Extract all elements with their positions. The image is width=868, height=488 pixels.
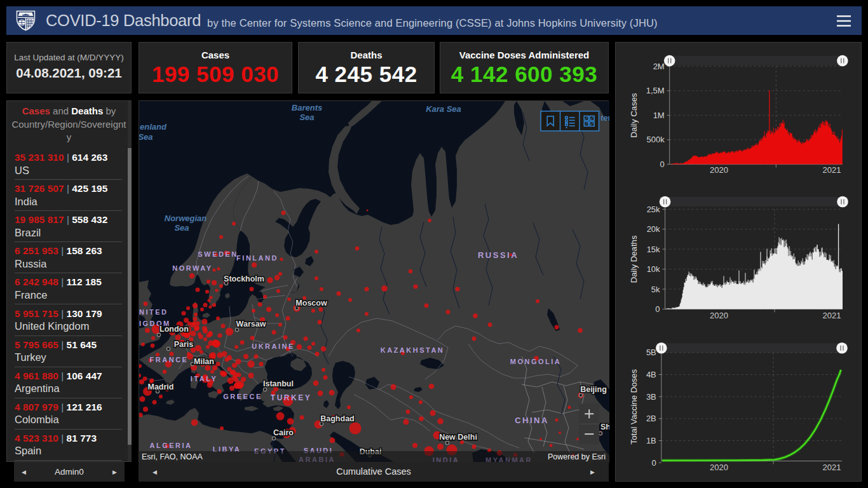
svg-text:2020: 2020 [710, 463, 728, 472]
svg-text:2021: 2021 [823, 463, 841, 472]
svg-text:Esri, FAO, NOAA: Esri, FAO, NOAA [142, 452, 203, 461]
svg-text:Barents: Barents [292, 103, 322, 112]
svg-text:15k: 15k [647, 245, 660, 254]
svg-text:20k: 20k [647, 224, 660, 234]
svg-text:2021: 2021 [823, 311, 841, 320]
svg-text:MONGOLIA: MONGOLIA [510, 358, 562, 365]
svg-text:2020: 2020 [710, 311, 728, 320]
svg-text:Sea: Sea [139, 132, 153, 142]
svg-text:1B: 1B [646, 436, 656, 445]
svg-text:tew: tew [600, 113, 609, 123]
svg-text:0: 0 [660, 159, 664, 169]
svg-text:Sh: Sh [600, 423, 609, 431]
svg-text:Moscow: Moscow [295, 299, 327, 308]
svg-text:KAZAKHSTAN: KAZAKHSTAN [381, 346, 445, 354]
svg-text:2021: 2021 [823, 165, 841, 175]
svg-text:10k: 10k [647, 264, 660, 274]
svg-text:NITED: NITED [139, 308, 168, 316]
svg-text:Paris: Paris [174, 340, 194, 349]
svg-text:5B: 5B [646, 348, 656, 357]
svg-text:Madrid: Madrid [148, 383, 174, 391]
svg-text:ALGERIA: ALGERIA [150, 442, 193, 449]
svg-text:Cairo: Cairo [273, 428, 294, 437]
svg-text:ITALY: ITALY [191, 375, 217, 383]
svg-text:3B: 3B [646, 392, 656, 402]
svg-text:Stockholm: Stockholm [224, 274, 264, 283]
svg-text:5k: 5k [651, 285, 660, 294]
svg-text:UKRAINE: UKRAINE [252, 342, 295, 350]
svg-text:Daily Cases: Daily Cases [629, 93, 639, 138]
svg-text:0: 0 [652, 458, 656, 468]
svg-text:2M: 2M [653, 62, 665, 71]
svg-text:GREECE: GREECE [223, 393, 262, 400]
svg-text:Milan: Milan [194, 357, 214, 366]
svg-text:TURKEY: TURKEY [271, 393, 311, 402]
svg-text:Norwegian: Norwegian [165, 214, 207, 223]
svg-text:FINLAND: FINLAND [236, 254, 278, 262]
svg-text:25k: 25k [647, 205, 660, 214]
svg-text:Powered by Esri: Powered by Esri [548, 452, 606, 461]
svg-text:Total Vaccine Doses: Total Vaccine Doses [629, 369, 639, 445]
svg-text:Istanbul: Istanbul [263, 379, 294, 388]
svg-text:Sea: Sea [299, 112, 314, 122]
svg-text:Beijing: Beijing [580, 385, 607, 394]
svg-text:enland: enland [140, 122, 167, 132]
svg-text:1,5M: 1,5M [646, 86, 665, 95]
svg-text:CHINA: CHINA [515, 416, 549, 425]
svg-text:SWEDEN: SWEDEN [198, 250, 238, 258]
svg-text:500k: 500k [646, 135, 665, 144]
svg-text:4B: 4B [646, 370, 656, 379]
svg-text:Sea: Sea [174, 223, 189, 233]
svg-text:New Delhi: New Delhi [439, 433, 477, 442]
svg-text:2B: 2B [646, 414, 656, 423]
svg-text:Daily Deaths: Daily Deaths [629, 235, 639, 283]
svg-text:2020: 2020 [710, 165, 728, 175]
svg-text:Baghdad: Baghdad [320, 414, 354, 423]
svg-text:FRANCE: FRANCE [150, 356, 189, 363]
svg-text:NORWAY: NORWAY [172, 264, 212, 272]
svg-text:RUSSIA: RUSSIA [478, 250, 519, 260]
svg-text:Kara Sea: Kara Sea [426, 104, 461, 114]
svg-text:1M: 1M [653, 111, 665, 120]
svg-text:Warsaw: Warsaw [236, 320, 266, 329]
svg-text:London: London [159, 325, 189, 334]
svg-text:0: 0 [655, 304, 660, 314]
